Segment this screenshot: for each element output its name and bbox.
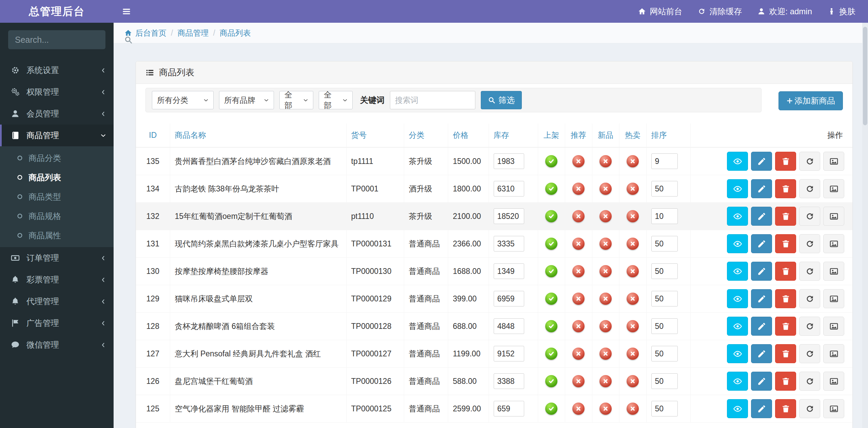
view-button[interactable] [727, 207, 748, 226]
hot-cross-icon[interactable] [627, 265, 639, 277]
sidebar-item[interactable]: 彩票管理 [0, 269, 114, 291]
search-input[interactable] [15, 35, 124, 45]
on-sale-check-icon[interactable] [545, 238, 557, 250]
welcome-user-link[interactable]: 欢迎: admin [750, 0, 820, 23]
recommend-cross-icon[interactable] [572, 265, 585, 277]
new-cross-icon[interactable] [599, 238, 612, 250]
delete-button[interactable] [775, 344, 796, 363]
refresh-button[interactable] [799, 399, 820, 418]
edit-button[interactable] [751, 344, 772, 363]
stock-input[interactable] [494, 401, 524, 416]
refresh-button[interactable] [799, 289, 820, 308]
clear-cache-link[interactable]: 清除缓存 [690, 0, 750, 23]
view-button[interactable] [727, 372, 748, 391]
brand-select[interactable]: 所有品牌 [219, 91, 274, 109]
on-sale-check-icon[interactable] [545, 320, 557, 332]
view-button[interactable] [727, 399, 748, 418]
view-button[interactable] [727, 152, 748, 171]
hot-cross-icon[interactable] [627, 320, 639, 332]
scrollbar-track[interactable] [862, 23, 868, 428]
stock-input[interactable] [494, 318, 524, 334]
delete-button[interactable] [775, 207, 796, 226]
new-cross-icon[interactable] [599, 348, 612, 360]
sidebar-item[interactable]: 代理管理 [0, 291, 114, 312]
recommend-cross-icon[interactable] [572, 238, 585, 250]
view-button[interactable] [727, 179, 748, 198]
new-cross-icon[interactable] [599, 403, 612, 415]
stock-input[interactable] [494, 346, 524, 361]
refresh-button[interactable] [799, 179, 820, 198]
hot-cross-icon[interactable] [627, 238, 639, 250]
image-button[interactable] [823, 207, 844, 226]
on-sale-check-icon[interactable] [545, 375, 557, 387]
delete-button[interactable] [775, 179, 796, 198]
sidebar-subitem[interactable]: 商品属性 [0, 226, 114, 245]
sidebar-subitem[interactable]: 商品列表 [0, 168, 114, 187]
delete-button[interactable] [775, 262, 796, 281]
recommend-cross-icon[interactable] [572, 403, 585, 415]
hot-cross-icon[interactable] [627, 210, 639, 222]
stock-input[interactable] [494, 373, 524, 389]
refresh-button[interactable] [799, 262, 820, 281]
recommend-cross-icon[interactable] [572, 375, 585, 387]
refresh-button[interactable] [799, 234, 820, 253]
refresh-button[interactable] [799, 152, 820, 171]
edit-button[interactable] [751, 179, 772, 198]
delete-button[interactable] [775, 372, 796, 391]
edit-button[interactable] [751, 262, 772, 281]
sidebar-item[interactable]: 广告管理 [0, 312, 114, 334]
sidebar-subitem[interactable]: 商品类型 [0, 187, 114, 206]
sidebar-item[interactable]: 商品管理 [0, 125, 114, 146]
refresh-button[interactable] [799, 344, 820, 363]
sort-input[interactable] [651, 291, 678, 306]
view-button[interactable] [727, 344, 748, 363]
refresh-button[interactable] [799, 317, 820, 336]
edit-button[interactable] [751, 234, 772, 253]
stock-input[interactable] [494, 236, 524, 252]
on-sale-check-icon[interactable] [545, 348, 557, 360]
filter-button[interactable]: 筛选 [481, 91, 522, 109]
app-logo[interactable]: 总管理后台 [0, 0, 114, 23]
sort-input[interactable] [651, 236, 678, 252]
new-cross-icon[interactable] [599, 210, 612, 222]
change-skin-link[interactable]: 换肤 [820, 0, 863, 23]
image-button[interactable] [823, 344, 844, 363]
recommend-cross-icon[interactable] [572, 155, 585, 167]
add-product-button[interactable]: 添加新商品 [778, 91, 843, 110]
recommend-cross-icon[interactable] [572, 348, 585, 360]
on-sale-check-icon[interactable] [545, 265, 557, 277]
delete-button[interactable] [775, 399, 796, 418]
delete-button[interactable] [775, 317, 796, 336]
hot-cross-icon[interactable] [627, 375, 639, 387]
new-cross-icon[interactable] [599, 265, 612, 277]
sidebar-item[interactable]: 系统设置 [0, 59, 114, 81]
stock-input[interactable] [494, 263, 524, 279]
image-button[interactable] [823, 372, 844, 391]
edit-button[interactable] [751, 289, 772, 308]
site-front-link[interactable]: 网站前台 [630, 0, 690, 23]
sort-input[interactable] [651, 346, 678, 361]
delete-button[interactable] [775, 234, 796, 253]
new-cross-icon[interactable] [599, 155, 612, 167]
sort-input[interactable] [651, 401, 678, 416]
sort-input[interactable] [651, 181, 678, 197]
sort-input[interactable] [651, 373, 678, 389]
edit-button[interactable] [751, 317, 772, 336]
image-button[interactable] [823, 399, 844, 418]
stock-input[interactable] [494, 153, 524, 169]
stock-input[interactable] [494, 291, 524, 306]
on-sale-check-icon[interactable] [545, 210, 557, 222]
hot-cross-icon[interactable] [627, 348, 639, 360]
breadcrumb-list-link[interactable]: 商品列表 [220, 28, 251, 38]
status-select[interactable]: 全部 [279, 91, 313, 109]
delete-button[interactable] [775, 289, 796, 308]
search-icon[interactable] [124, 36, 133, 44]
recommend-cross-icon[interactable] [572, 183, 585, 195]
new-cross-icon[interactable] [599, 375, 612, 387]
hot-cross-icon[interactable] [627, 403, 639, 415]
edit-button[interactable] [751, 207, 772, 226]
edit-button[interactable] [751, 152, 772, 171]
hot-cross-icon[interactable] [627, 293, 639, 305]
stock-input[interactable] [494, 181, 524, 197]
image-button[interactable] [823, 152, 844, 171]
